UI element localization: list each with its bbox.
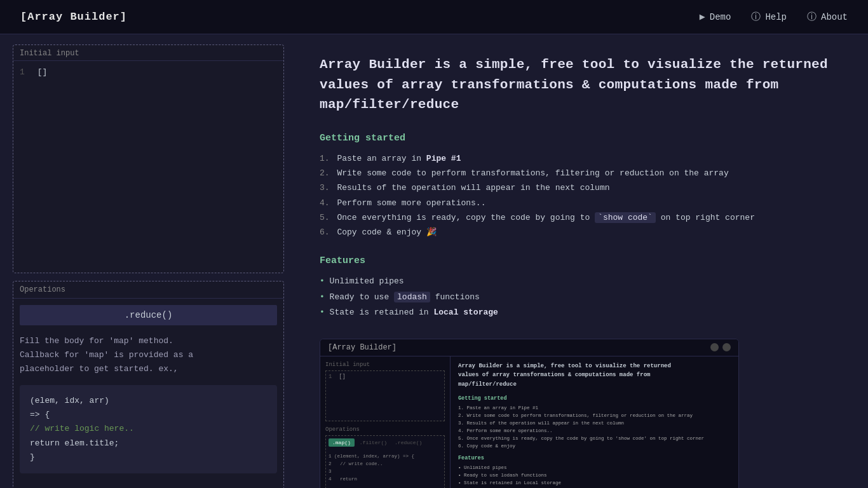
demo-icon: ▶: [700, 11, 705, 23]
step-4: 4. Perform some more operations..: [320, 196, 837, 210]
code-block[interactable]: (elem, idx, arr) => { // write logic her…: [20, 385, 277, 473]
ops-description: Fill the body for 'map' method. Callback…: [20, 334, 277, 376]
getting-started-section: Getting started 1. Paste an array in Pip…: [320, 133, 837, 240]
help-label: Help: [765, 12, 787, 22]
app-logo: [Array Builder]: [20, 11, 127, 23]
line-number-1: 1: [20, 67, 25, 77]
demo-nav-item[interactable]: ▶ Demo: [700, 11, 731, 23]
features-section: Features Unlimited pipes Ready to use lo…: [320, 255, 837, 321]
reduce-button[interactable]: .reduce(): [20, 305, 277, 325]
features-title: Features: [320, 255, 837, 266]
help-icon: ⓘ: [751, 11, 761, 23]
app-preview: [Array Builder] Initial input 1 [] Opera…: [320, 339, 739, 488]
step-6: 6. Copy code & enjoy 🎉: [320, 225, 837, 240]
preview-control-2: [722, 343, 731, 351]
step-1: 1. Paste an array in Pipe #1: [320, 151, 837, 166]
preview-title: [Array Builder]: [328, 343, 397, 352]
about-icon: ⓘ: [807, 11, 817, 23]
initial-input-label: Initial input: [13, 45, 283, 61]
step-3: 3. Results of the operation will appear …: [320, 180, 837, 195]
hero-title: Array Builder is a simple, free tool to …: [320, 55, 837, 115]
preview-hero-text: Array Builder is a simple, free tool to …: [458, 362, 731, 389]
step-5: 5. Once everything is ready, copy the co…: [320, 210, 837, 225]
step-2: 2. Write some code to perform transforma…: [320, 166, 837, 180]
about-label: About: [821, 12, 848, 22]
preview-control-1: [710, 343, 719, 351]
preview-input-label: Initial input: [325, 362, 445, 368]
preview-steps: 1. Paste an array in Pipe #1 2. Write so…: [458, 404, 731, 450]
feature-3: State is retained in Local storage: [320, 305, 837, 321]
about-nav-item[interactable]: ⓘ About: [807, 11, 848, 23]
demo-label: Demo: [710, 12, 731, 22]
help-nav-item[interactable]: ⓘ Help: [751, 11, 787, 23]
initial-input-code[interactable]: []: [37, 67, 48, 77]
operations-label: Operations: [13, 281, 283, 299]
preview-ops-label: Operations: [325, 426, 445, 433]
feature-1: Unlimited pipes: [320, 274, 837, 290]
preview-features-text: • Unlimited pipes • Ready to use lodash …: [458, 464, 731, 487]
preview-getting-started: Getting started: [458, 395, 731, 402]
preview-features-label: Features: [458, 455, 731, 461]
feature-2: Ready to use lodash functions: [320, 290, 837, 306]
preview-ops-box: .map() .filter() .reduce() 1 (element, i…: [325, 435, 445, 488]
getting-started-title: Getting started: [320, 133, 837, 144]
preview-input-box: 1 []: [325, 370, 445, 421]
